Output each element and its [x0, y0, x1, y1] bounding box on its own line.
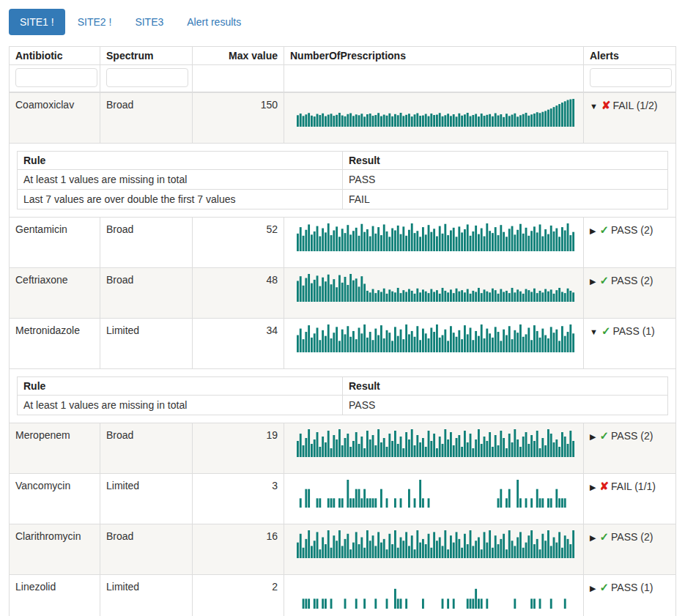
col-header-spectrum[interactable]: Spectrum — [100, 47, 193, 65]
result-header: Result — [343, 151, 668, 169]
max-value-cell: 34 — [193, 318, 284, 368]
rule-cell: At least 1 values are missing in total — [18, 169, 343, 189]
col-header-prescriptions[interactable]: NumberOfPrescriptions — [284, 47, 584, 65]
spectrum-cell: Broad — [100, 267, 193, 318]
table-row-coamoxiclav: Coamoxiclav Broad 150 ▼✘FAIL (1/2) — [10, 92, 676, 143]
antibiotic-cell: Metronidazole — [10, 318, 100, 368]
table-row-vancomycin: Vancomycin Limited 3 ▶✘FAIL (1/1) — [10, 473, 676, 524]
antibiotics-table: Antibiotic Spectrum Max value NumberOfPr… — [9, 46, 676, 616]
tab-alert-results[interactable]: Alert results — [176, 9, 252, 35]
alert-status-label: PASS (2) — [611, 531, 653, 543]
rule-details-row: Rule Result At least 1 values are missin… — [10, 143, 676, 217]
alerts-filter-input[interactable] — [590, 68, 672, 87]
col-header-max-value[interactable]: Max value — [193, 47, 284, 65]
alerts-cell: ▶✘FAIL (1/1) — [584, 473, 676, 524]
prescriptions-sparkline — [297, 480, 577, 508]
prescriptions-sparkline — [297, 223, 577, 251]
expand-toggle-icon[interactable]: ▶ — [590, 277, 596, 286]
tab-site3[interactable]: SITE3 — [124, 9, 174, 35]
antibiotic-cell: Coamoxiclav — [10, 92, 100, 143]
pass-icon: ✓ — [601, 324, 611, 338]
rule-header: Rule — [18, 376, 343, 395]
max-value-cell: 52 — [193, 217, 284, 267]
result-cell: PASS — [343, 395, 668, 415]
expand-toggle-icon[interactable]: ▶ — [590, 533, 596, 543]
prescriptions-sparkline — [297, 581, 577, 609]
prescriptions-cell — [284, 473, 584, 524]
antibiotic-cell: Gentamicin — [10, 217, 100, 267]
spectrum-cell: Limited — [100, 473, 193, 524]
antibiotic-cell: Linezolid — [10, 574, 100, 616]
table-header-row: Antibiotic Spectrum Max value NumberOfPr… — [10, 47, 676, 65]
rule-row: At least 1 values are missing in total P… — [18, 395, 668, 415]
col-header-alerts[interactable]: Alerts — [584, 47, 676, 65]
spectrum-cell: Limited — [100, 318, 193, 368]
spectrum-filter-input[interactable] — [106, 68, 188, 87]
max-value-cell: 3 — [193, 473, 284, 524]
expand-toggle-icon[interactable]: ▶ — [590, 226, 596, 236]
prescriptions-cell — [284, 574, 584, 616]
max-value-cell: 2 — [193, 574, 284, 616]
alert-status-label: FAIL (1/2) — [612, 100, 657, 111]
prescriptions-sparkline — [297, 274, 577, 302]
pass-icon: ✓ — [599, 530, 609, 543]
rule-details-row: Rule Result At least 1 values are missin… — [10, 368, 676, 423]
spectrum-cell: Limited — [100, 574, 193, 616]
prescriptions-sparkline — [297, 429, 577, 457]
table-row-clarithromycin: Clarithromycin Broad 16 ▶✓PASS (2) — [10, 524, 676, 574]
collapse-toggle-icon[interactable]: ▼ — [590, 102, 598, 111]
result-cell: FAIL — [343, 189, 668, 209]
antibiotic-cell: Clarithromycin — [10, 524, 100, 574]
alert-status-label: PASS (2) — [611, 275, 653, 286]
alert-status-label: PASS (2) — [611, 224, 653, 236]
alerts-cell: ▶✓PASS (1) — [584, 574, 676, 616]
rule-row: Last 7 values are over double the first … — [18, 189, 668, 209]
result-header: Result — [343, 376, 668, 395]
rule-cell: Last 7 values are over double the first … — [18, 189, 343, 209]
expand-toggle-icon[interactable]: ▶ — [590, 432, 596, 442]
alerts-cell: ▼✓PASS (1) — [584, 318, 676, 368]
pass-icon: ✓ — [599, 223, 609, 237]
rule-cell: At least 1 values are missing in total — [18, 395, 343, 415]
site-tab-bar: SITE1 ! SITE2 ! SITE3 Alert results — [9, 9, 676, 35]
prescriptions-cell — [284, 92, 584, 143]
max-value-cell: 16 — [193, 524, 284, 574]
pass-icon: ✓ — [599, 429, 609, 442]
spectrum-cell: Broad — [100, 423, 193, 473]
alert-status-label: PASS (1) — [611, 582, 653, 593]
tab-site1[interactable]: SITE1 ! — [9, 9, 65, 35]
col-header-antibiotic[interactable]: Antibiotic — [10, 47, 100, 65]
spectrum-cell: Broad — [100, 92, 193, 143]
alert-status-label: FAIL (1/1) — [611, 480, 656, 492]
prescriptions-cell — [284, 267, 584, 318]
rule-row: At least 1 values are missing in total P… — [18, 169, 668, 189]
max-value-cell: 48 — [193, 267, 284, 318]
prescriptions-sparkline — [297, 530, 577, 558]
pass-icon: ✓ — [599, 274, 609, 287]
table-row-meropenem: Meropenem Broad 19 ▶✓PASS (2) — [10, 423, 676, 473]
rules-table: Rule Result At least 1 values are missin… — [17, 376, 668, 415]
antibiotic-cell: Vancomycin — [10, 473, 100, 524]
collapse-toggle-icon[interactable]: ▼ — [590, 327, 598, 336]
result-cell: PASS — [343, 169, 668, 189]
alerts-cell: ▶✓PASS (2) — [584, 217, 676, 267]
rules-table: Rule Result At least 1 values are missin… — [17, 151, 668, 209]
alert-status-label: PASS (2) — [611, 430, 653, 442]
filter-row — [10, 65, 676, 93]
alert-status-label: PASS (1) — [612, 325, 654, 337]
spectrum-cell: Broad — [100, 217, 193, 267]
fail-icon: ✘ — [601, 99, 611, 112]
max-value-cell: 19 — [193, 423, 284, 473]
max-value-cell: 150 — [193, 92, 284, 143]
antibiotic-cell: Ceftriaxone — [10, 267, 100, 318]
pass-icon: ✓ — [599, 581, 609, 594]
table-row-gentamicin: Gentamicin Broad 52 ▶✓PASS (2) — [10, 217, 676, 267]
spectrum-cell: Broad — [100, 524, 193, 574]
tab-site2[interactable]: SITE2 ! — [67, 9, 123, 35]
rule-header: Rule — [18, 151, 343, 169]
prescriptions-sparkline — [297, 324, 577, 352]
expand-toggle-icon[interactable]: ▶ — [590, 584, 596, 593]
alerts-cell: ▼✘FAIL (1/2) — [584, 92, 676, 143]
expand-toggle-icon[interactable]: ▶ — [590, 483, 596, 492]
antibiotic-filter-input[interactable] — [15, 68, 97, 87]
